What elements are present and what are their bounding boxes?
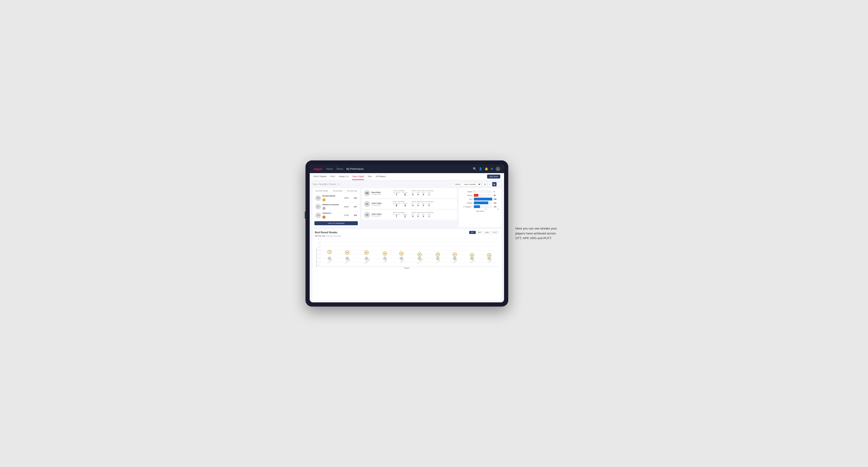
chart-panel: Eagles 3 Birdies: [459, 188, 501, 227]
card-stats: Total Rounds Tournament 7 Practice: [393, 212, 434, 218]
arg-value: 0: [423, 193, 424, 196]
player-info: Edward Crossman 2: [322, 204, 341, 210]
table-row: CM Cameron... 3 17/20 103: [314, 211, 358, 220]
search-icon[interactable]: 🔍: [473, 167, 476, 170]
tournament-value: 7: [396, 215, 397, 218]
practice-activities-label: Total Practice Activities: [411, 190, 434, 191]
bar-row-birdies: Birdies 96: [461, 194, 499, 197]
total-rounds-group: Total Rounds Tournament 7 Practice: [393, 190, 408, 196]
practice-value: 6: [404, 193, 406, 196]
putt-value: 1: [429, 215, 430, 217]
annotation-text: Here you can see streaks your players ha…: [516, 226, 563, 241]
nav-home[interactable]: Home: [327, 167, 333, 171]
avatar: RB: [315, 195, 321, 201]
settings-icon[interactable]: ⚙: [491, 167, 493, 170]
sub-nav-all-players[interactable]: All Players: [376, 173, 386, 180]
edit-icon[interactable]: ✏: [338, 183, 340, 185]
bar-chart: Eagles 3 Birdies: [461, 190, 499, 208]
streak-bubble: 5x: [383, 251, 387, 256]
list-view-btn[interactable]: ≡: [488, 182, 492, 186]
filter-app[interactable]: APP: [476, 231, 483, 234]
bar-fill: [474, 194, 478, 197]
bar-label: D. Bogeys +: [461, 206, 472, 208]
navbar: clippd Home Teams My Performance 🔍 👤 🔔 ⚙…: [310, 165, 504, 173]
total-rounds-group: Total Rounds Tournament 8 Practice: [393, 201, 408, 207]
x-label-200: 200: [485, 209, 487, 210]
chart-subtitle: Off The Tee, Fairway Accuracy: [315, 235, 499, 237]
chart-view-btn[interactable]: ↕: [497, 182, 501, 186]
player-card: JC Josh Coles 26 Aug 2023 Total Rounds: [362, 210, 457, 220]
bar-row-pars: Pars 499: [461, 198, 499, 200]
col-player-name: PLAYER NAME: [315, 190, 328, 192]
bell-icon[interactable]: 🔔: [485, 167, 488, 170]
card-stats: Total Rounds Tournament 7 Practice: [393, 190, 434, 196]
card-player-name: Josh Coles: [371, 202, 382, 204]
main-content: Team Clippd | 14 Players ✏ Show Last 3 m…: [310, 180, 504, 302]
sub-nav-pga[interactable]: PGA: [331, 173, 335, 180]
streaks-section: Best Round Streaks OTT APP ARG PUTT Off …: [312, 229, 501, 301]
chart-area: 7xEEE. Ebert6xBMB. McHarg6xDBD. Billingh…: [320, 239, 499, 267]
bar-row-eagles: Eagles 3: [461, 190, 499, 193]
bar-fill: [474, 190, 474, 193]
streak-chart: Best Streak, Fairway Accuracy 7 6 5 4 3 …: [315, 239, 499, 267]
filter-arg[interactable]: ARG: [484, 231, 491, 234]
card-player-name: Rees Britt: [371, 191, 381, 193]
player-info: Richard Butler 1: [322, 195, 341, 201]
chart-x-labels: 0 200 400: [461, 209, 499, 210]
filter-putt[interactable]: PUTT: [491, 231, 499, 234]
practice-activities-group: Total Practice Activities OTT 0 APP: [411, 201, 434, 207]
tablet-screen: clippd Home Teams My Performance 🔍 👤 🔔 ⚙…: [310, 165, 504, 302]
tournament-value: 7: [396, 193, 397, 196]
streak-columns: 7xEEE. Ebert6xBMB. McHarg6xDBD. Billingh…: [320, 239, 499, 267]
bar-label: Eagles: [461, 191, 472, 192]
player-score: 19/20: [343, 197, 350, 199]
avatar[interactable]: U: [496, 166, 500, 171]
show-controls: Show Last 3 months ⊞ ≡ ▦ ↕: [455, 182, 501, 186]
streak-bubble: 4x: [453, 252, 457, 257]
streak-bubble: 5x: [399, 251, 404, 256]
filter-ott[interactable]: OTT: [469, 231, 476, 234]
sub-nav-pgat[interactable]: PGAT Players: [313, 173, 327, 180]
table-row: RB Richard Butler 1 19/20 110: [314, 194, 358, 203]
streak-col: 4xMMM. Miller: [452, 256, 457, 262]
player-name: Cameron...: [322, 212, 341, 214]
card-date: 26 Aug 2023: [371, 215, 382, 217]
table-row: EC Edward Crossman 2 18/20 107: [314, 203, 358, 211]
app-value: 0: [417, 215, 418, 217]
bar-container: [474, 194, 492, 197]
bar-fill: [474, 201, 488, 204]
view-leaderboard-button[interactable]: View Full Leaderboard: [314, 221, 358, 225]
streak-col: 6xBMB. McHarg: [344, 256, 350, 262]
practice-activities-group: Total Practice Activities OTT 0 APP: [411, 212, 434, 217]
streak-col: 4xDFD. Ford: [436, 256, 440, 262]
player-avg: 110: [351, 197, 357, 199]
card-view-btn[interactable]: ▦: [492, 182, 497, 186]
bar-value: 3: [494, 191, 499, 192]
nav-my-performance[interactable]: My Performance: [346, 167, 364, 171]
add-team-button[interactable]: Add Team: [487, 175, 500, 179]
tournament-value: 8: [396, 204, 397, 207]
card-stats: Total Rounds Tournament 8 Practice: [393, 201, 434, 207]
streak-col: 7xEEE. Ebert: [327, 256, 332, 262]
card-player-name: Josh Coles: [371, 213, 382, 215]
view-icons: ⊞ ≡ ▦ ↕: [483, 182, 501, 186]
grid-view-btn[interactable]: ⊞: [483, 182, 487, 186]
nav-teams[interactable]: Teams: [336, 167, 343, 171]
top-panels: PLAYER NAME PB SCORE PB AVG SQ RB Richar…: [312, 188, 501, 227]
show-label: Show: [455, 183, 460, 185]
streak-col: 4xECE. Crossman: [416, 256, 423, 262]
card-date: 26 Aug 2023: [371, 204, 382, 206]
streak-bubble: 7x: [328, 250, 332, 254]
sub-nav-tour[interactable]: Tour: [368, 173, 372, 180]
sub-nav-team-clippd[interactable]: Team Clippd: [352, 173, 364, 180]
player-cards-panel: RB Rees Britt 02 Sep 2023 Total Rounds: [362, 188, 457, 227]
table-header: PLAYER NAME PB SCORE PB AVG SQ: [314, 190, 358, 193]
nav-actions: 🔍 👤 🔔 ⚙ U: [473, 166, 500, 171]
practice-activities-group: Total Practice Activities OTT 0 APP: [411, 190, 434, 196]
person-icon[interactable]: 👤: [479, 167, 483, 170]
total-rounds-label: Total Rounds: [393, 190, 408, 191]
player-score: 17/20: [343, 214, 350, 216]
sub-nav-hcaps[interactable]: Hcaps 1-5: [339, 173, 348, 180]
time-period-select[interactable]: Last 3 months: [461, 182, 482, 186]
side-button[interactable]: [305, 212, 306, 219]
